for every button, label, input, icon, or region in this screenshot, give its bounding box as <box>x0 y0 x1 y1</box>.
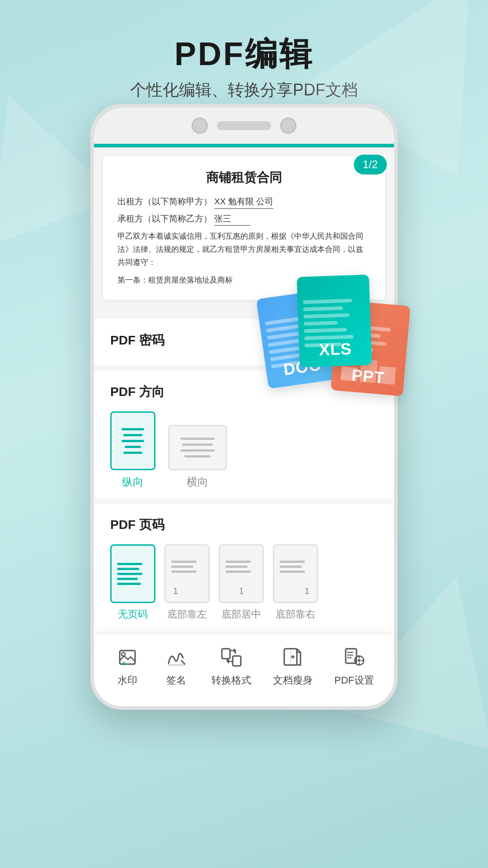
toolbar-signature-label: 签名 <box>166 674 186 687</box>
pdf-direction-title: PDF 方向 <box>110 383 378 401</box>
pdf-direction-section: PDF 方向 纵向 <box>94 371 394 504</box>
toolbar-watermark[interactable]: 水 水印 <box>114 645 141 687</box>
toolbar-compress[interactable]: 文档瘦身 <box>273 645 313 687</box>
phone-mockup: ‹ PDF 编辑 分享 1/2 商铺租赁合同 出租方（以下简称甲方） XX 勉有… <box>81 104 407 728</box>
watermark-icon: 水 <box>114 645 141 670</box>
settings-icon <box>341 645 368 670</box>
pagecode-bc-label: 底部居中 <box>221 608 261 621</box>
pagecode-br-icon: 1 <box>273 544 318 603</box>
svg-text:水: 水 <box>121 661 127 666</box>
toolbar-compress-label: 文档瘦身 <box>273 674 313 687</box>
portrait-label: 纵向 <box>122 475 144 489</box>
phone-inner: ‹ PDF 编辑 分享 1/2 商铺租赁合同 出租方（以下简称甲方） XX 勉有… <box>94 108 394 706</box>
pagecode-bc-icon: 1 <box>219 544 264 603</box>
doc-line-2: 承租方（以下简称乙方） 张三 <box>117 212 371 226</box>
doc-title: 商铺租赁合同 <box>117 169 371 186</box>
svg-rect-3 <box>222 649 230 659</box>
pagecode-bottom-left[interactable]: 1 底部靠左 <box>164 544 210 621</box>
bottom-toolbar: 水 水印 签名 <box>94 634 394 706</box>
pagecode-bl-icon: 1 <box>164 544 210 603</box>
toolbar-settings[interactable]: PDF设置 <box>334 645 374 687</box>
signature-icon <box>163 645 190 670</box>
toolbar-watermark-label: 水印 <box>117 674 137 687</box>
convert-icon <box>218 645 245 670</box>
compress-icon <box>279 645 306 670</box>
pagecode-br-label: 底部靠右 <box>276 608 315 621</box>
doc-line-1: 出租方（以下简称甲方） XX 勉有限 公司 <box>117 195 371 209</box>
doc-paper: 商铺租赁合同 出租方（以下简称甲方） XX 勉有限 公司 承租方（以下简称乙方）… <box>103 156 385 300</box>
toolbar-convert[interactable]: 转换格式 <box>211 645 251 687</box>
toolbar-signature[interactable]: 签名 <box>163 645 190 687</box>
pagecode-bl-label: 底部靠左 <box>167 608 207 621</box>
toolbar-settings-label: PDF设置 <box>334 674 374 687</box>
svg-rect-4 <box>233 656 241 666</box>
pagecode-bottom-right[interactable]: 1 底部靠右 <box>273 544 318 621</box>
camera-left <box>192 118 208 134</box>
direction-landscape[interactable]: 横向 <box>168 425 227 489</box>
direction-row: 纵向 横向 <box>110 408 378 489</box>
doc-area: 1/2 商铺租赁合同 出租方（以下简称甲方） XX 勉有限 公司 承租方（以下简… <box>94 147 394 319</box>
landscape-icon <box>168 425 227 470</box>
page-badge: 1/2 <box>354 155 387 175</box>
phone-notch <box>94 108 394 144</box>
phone-outer: ‹ PDF 编辑 分享 1/2 商铺租赁合同 出租方（以下简称甲方） XX 勉有… <box>90 104 398 710</box>
camera-right <box>280 118 296 134</box>
toolbar-convert-label: 转换格式 <box>211 674 251 687</box>
svg-point-1 <box>122 652 125 656</box>
pdf-pagecode-title: PDF 页码 <box>110 516 378 533</box>
speaker <box>217 121 271 130</box>
pagecode-none-label: 无页码 <box>118 608 148 621</box>
svg-point-8 <box>358 659 361 662</box>
doc-paragraph: 甲乙双方本着诚实诚信用，互利互惠的原则，根据《中华人民共和国合同法》法律、法规的… <box>117 230 371 269</box>
portrait-icon <box>110 411 155 470</box>
doc-clause: 第一条：租赁房屋坐落地址及商标 <box>117 274 371 287</box>
pagecode-none[interactable]: 无页码 <box>110 544 155 621</box>
pagecode-none-icon <box>110 544 155 603</box>
pdf-password-title: PDF 密码 <box>110 332 378 349</box>
pagecode-bottom-center[interactable]: 1 底部居中 <box>219 544 264 621</box>
pdf-pagecode-section: PDF 页码 <box>94 504 394 630</box>
pdf-password-section: PDF 密码 <box>94 319 394 371</box>
direction-portrait[interactable]: 纵向 <box>110 411 155 489</box>
pagecode-row: 无页码 1 底部靠左 <box>110 541 378 621</box>
landscape-label: 横向 <box>187 475 208 489</box>
